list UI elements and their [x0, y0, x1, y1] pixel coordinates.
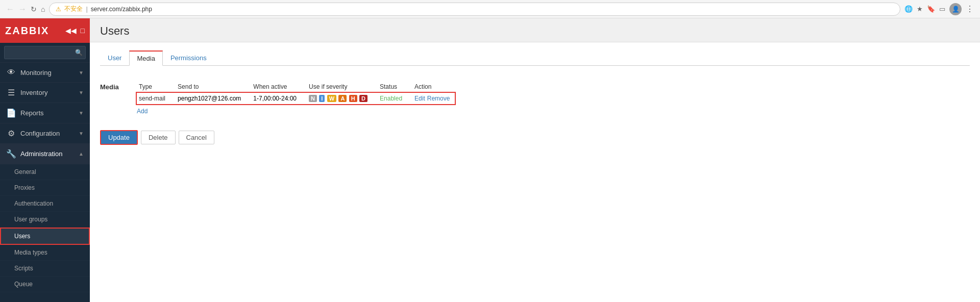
- sidebar-item-monitoring[interactable]: 👁 Monitoring ▼: [0, 63, 90, 83]
- sidebar-item-label: Administration: [20, 150, 75, 158]
- col-type: Type: [137, 81, 176, 93]
- media-table-container: Type Send to When active Use if severity: [137, 81, 455, 115]
- severity-badge-h: H: [349, 95, 357, 102]
- col-send-to: Send to: [176, 81, 251, 93]
- media-section: Media Type Send to: [100, 76, 970, 120]
- media-table: Type Send to When active Use if severity: [137, 81, 455, 104]
- edit-link[interactable]: Edit: [414, 95, 425, 102]
- button-row: Update Delete Cancel: [100, 130, 970, 145]
- translate-button[interactable]: 🌐: [904, 5, 913, 13]
- severity-badge-w: W: [327, 95, 336, 102]
- sidebar-sub-item-scripts[interactable]: Scripts: [0, 261, 90, 276]
- sidebar-header: ZABBIX ◀◀ □: [0, 18, 90, 43]
- chevron-down-icon: ▼: [79, 131, 84, 136]
- page-title: Users: [100, 24, 970, 38]
- delete-button[interactable]: Delete: [141, 131, 176, 144]
- url-separator: |: [86, 5, 87, 13]
- severity-badge-a: A: [338, 95, 347, 102]
- forward-button[interactable]: →: [18, 5, 27, 14]
- severity-badge-n: N: [309, 95, 317, 102]
- severity-badge-i: I: [319, 95, 325, 102]
- tab-permissions[interactable]: Permissions: [163, 51, 214, 66]
- sidebar-search-wrapper: 🔍: [0, 43, 90, 63]
- expand-icon[interactable]: □: [81, 27, 85, 35]
- chevron-down-icon: ▼: [79, 110, 84, 116]
- reports-icon: 📄: [6, 108, 16, 118]
- sidebar-item-administration[interactable]: 🔧 Administration ▲: [0, 144, 90, 164]
- inventory-icon: ☰: [6, 88, 16, 97]
- tabs-container: User Media Permissions: [100, 51, 970, 66]
- severity-badge-d: D: [359, 95, 368, 102]
- menu-button[interactable]: ⋮: [966, 4, 974, 14]
- sidebar-sub-item-authentication[interactable]: Authentication: [0, 196, 90, 212]
- monitoring-icon: 👁: [6, 68, 16, 77]
- home-button[interactable]: ⌂: [41, 5, 45, 13]
- chevron-down-icon: ▼: [79, 70, 84, 76]
- add-media-link[interactable]: Add: [137, 108, 148, 115]
- sidebar-sub-item-users[interactable]: Users: [0, 228, 90, 245]
- sidebar-sub-item-queue[interactable]: Queue: [0, 276, 90, 292]
- sidebar-item-label: Configuration: [20, 130, 75, 137]
- col-severity: Use if severity: [307, 81, 378, 93]
- bookmark-button[interactable]: 🔖: [927, 5, 935, 13]
- search-icon: 🔍: [75, 49, 83, 56]
- configuration-icon: ⚙: [6, 129, 16, 138]
- col-status: Status: [378, 81, 412, 93]
- sidebar-sub-item-user-groups[interactable]: User groups: [0, 212, 90, 228]
- tab-media[interactable]: Media: [129, 51, 162, 66]
- administration-icon: 🔧: [6, 149, 16, 159]
- page-header: Users: [90, 18, 980, 42]
- col-when-active: When active: [251, 81, 307, 93]
- remove-link[interactable]: Remove: [427, 95, 450, 102]
- cast-button[interactable]: ▭: [939, 5, 945, 13]
- sidebar-search-input[interactable]: [4, 46, 86, 59]
- sidebar: ZABBIX ◀◀ □ 🔍 👁 Monitoring ▼ ☰ Inventory…: [0, 18, 90, 302]
- cell-send-to: pengzh1027@126.com: [176, 93, 251, 105]
- collapse-icon[interactable]: ◀◀: [65, 27, 77, 35]
- sidebar-item-configuration[interactable]: ⚙ Configuration ▼: [0, 123, 90, 144]
- security-warning-icon: ⚠: [56, 6, 61, 13]
- back-button[interactable]: ←: [6, 5, 14, 14]
- reload-button[interactable]: ↻: [31, 5, 37, 13]
- star-button[interactable]: ★: [917, 5, 923, 13]
- table-row: send-mail pengzh1027@126.com 1-7,00:00-2…: [137, 93, 455, 105]
- sidebar-sub-item-general[interactable]: General: [0, 164, 90, 180]
- cancel-button[interactable]: Cancel: [179, 131, 214, 144]
- url-text: server.com/zabbix.php: [91, 6, 152, 13]
- update-button[interactable]: Update: [100, 130, 138, 145]
- col-action: Action: [412, 81, 455, 93]
- chevron-up-icon: ▲: [79, 151, 84, 157]
- sidebar-item-label: Monitoring: [20, 69, 75, 77]
- cell-actions: Edit Remove: [412, 93, 455, 104]
- zabbix-logo: ZABBIX: [5, 25, 49, 37]
- chevron-down-icon: ▼: [79, 90, 84, 95]
- sidebar-item-inventory[interactable]: ☰ Inventory ▼: [0, 83, 90, 103]
- cell-status: Enabled: [378, 93, 412, 105]
- security-warning-text: 不安全: [64, 5, 83, 13]
- main-content: Users User Media Permissions Media: [90, 18, 980, 302]
- cell-severity: N I W A H D: [307, 93, 378, 105]
- sidebar-item-reports[interactable]: 📄 Reports ▼: [0, 103, 90, 123]
- profile-button[interactable]: 👤: [949, 3, 962, 15]
- sidebar-item-label: Inventory: [20, 89, 75, 96]
- tab-user[interactable]: User: [100, 51, 129, 66]
- sidebar-sub-item-media-types[interactable]: Media types: [0, 245, 90, 261]
- sidebar-sub-item-proxies[interactable]: Proxies: [0, 180, 90, 196]
- cell-when-active: 1-7,00:00-24:00: [251, 93, 307, 105]
- cell-type: send-mail: [137, 93, 176, 105]
- media-label: Media: [100, 81, 131, 115]
- sidebar-item-label: Reports: [20, 109, 75, 117]
- content-area: User Media Permissions Media: [90, 42, 980, 302]
